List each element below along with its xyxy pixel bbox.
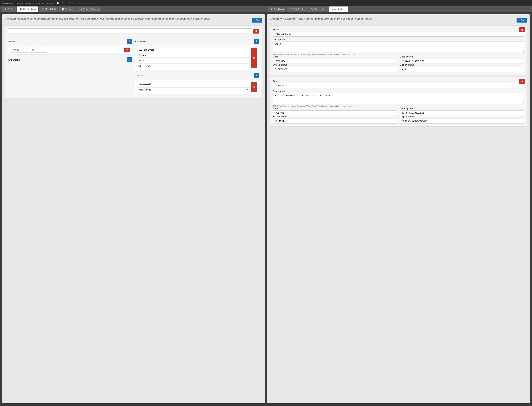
display-name-label-2: Display Name	[400, 115, 524, 118]
description-textarea-2[interactable]: Patient problem: Acute myocardial infarc…	[273, 93, 524, 104]
expr-icon: ✏️	[311, 8, 314, 10]
contact-delete-button[interactable]: 🗑	[251, 82, 257, 92]
sysname-displayname-row-1: System Name Display Name	[273, 64, 524, 72]
file-menu[interactable]: File	[62, 2, 65, 4]
names-section: Names + 🗑 Affiliations	[8, 39, 132, 96]
addresses-section-header: Addresses +	[135, 39, 259, 44]
tab-applicability[interactable]: ✓ Applicability	[329, 6, 348, 12]
code-codesystem-row-1: Code Code System	[273, 56, 524, 64]
description-textarea-1[interactable]: Adult	[273, 42, 524, 52]
applicability-panel: Defining how this document relates to va…	[267, 14, 530, 403]
applicability-card-1-delete-button[interactable]: 🗑	[519, 27, 525, 32]
zip-input[interactable]	[137, 58, 250, 63]
contribution-delete-button[interactable]: 🗑	[253, 29, 259, 34]
state-country-row	[137, 64, 250, 68]
code-system-input-1[interactable]	[400, 59, 524, 64]
contact-type-select[interactable]: Work Phone Home Phone Mobile Phone Email…	[137, 87, 250, 92]
contact-card: Work Phone Home Phone Mobile Phone Email…	[135, 80, 259, 94]
tab-data-binding[interactable]: 🔧 Data Binding	[287, 6, 308, 12]
names-title: Names	[8, 40, 16, 43]
address-fields	[137, 48, 250, 68]
file-icon-tab: 📄	[61, 8, 64, 10]
applicability-description: Defining how this document relates to va…	[270, 17, 373, 20]
contributions-header: Contributions attribute the people and o…	[5, 17, 262, 23]
contact-phone-input[interactable]	[137, 82, 250, 86]
binding-icon: 🔧	[289, 8, 292, 10]
main-container: Contributions attribute the people and o…	[0, 12, 532, 406]
contributions-add-button[interactable]: + Add	[252, 18, 262, 22]
tab-evidence[interactable]: 📄 Evidence	[59, 6, 76, 12]
top-nav: KNARTwork COMMUNITY KNOWLEDGE ARTIFACT E…	[0, 0, 532, 6]
affiliations-add-button[interactable]: +	[127, 57, 132, 62]
contributions-description: Contributions attribute the people and o…	[5, 17, 210, 20]
last-name-input[interactable]	[29, 48, 47, 52]
tab-basics[interactable]: ⚡ Basics	[1, 6, 16, 12]
names-addresses-row: Names + 🗑 Affiliations	[8, 39, 259, 96]
contribution-type-select[interactable]: Author Editor Reviewer	[8, 28, 252, 34]
contact-fields: Work Phone Home Phone Mobile Phone Email…	[137, 82, 250, 92]
addresses-add-button[interactable]: +	[254, 39, 259, 44]
tab-related-sources[interactable]: 📚 Related Sources	[77, 6, 101, 12]
street-input[interactable]	[137, 48, 250, 52]
applicability-card-1: 🗑 Focus Description Adult This is the EL…	[270, 25, 527, 75]
addresses-title: Addresses	[135, 40, 147, 43]
tab-model-refs[interactable]: 🔗 Model Refs	[39, 6, 59, 12]
names-add-button[interactable]: +	[127, 39, 132, 44]
display-name-label-1: Display Name	[400, 64, 524, 66]
system-name-label-2: System Name	[273, 115, 397, 118]
contacts-title: Contacts	[135, 74, 145, 77]
file-icon: 📄	[57, 2, 59, 4]
code-system-label-1: Code System	[400, 56, 524, 58]
focus-label-2: Focus	[273, 80, 524, 82]
learn-menu[interactable]: Learn	[73, 2, 79, 4]
brand-title: KNARTwork	[3, 2, 13, 4]
city-input[interactable]	[137, 53, 250, 58]
display-name-input-1[interactable]	[400, 67, 524, 72]
system-name-input-2[interactable]	[273, 118, 397, 123]
code-codesystem-row-2: Code Code System	[273, 107, 524, 115]
brand-name: KNARTwork COMMUNITY KNOWLEDGE ARTIFACT E…	[2, 2, 54, 5]
bolt-icon-r: ⚡	[270, 8, 273, 10]
applicability-card-2-delete-button[interactable]: 🗑	[519, 79, 525, 84]
contacts-add-button[interactable]: +	[254, 73, 259, 78]
first-name-input[interactable]	[10, 48, 28, 52]
bolt-icon: ⚡	[4, 8, 7, 10]
sysname-displayname-row-2: System Name Display Name	[273, 115, 524, 123]
description-label-2: Description	[273, 90, 524, 93]
display-name-input-2[interactable]	[400, 118, 524, 123]
focus-input-2[interactable]	[273, 83, 524, 88]
names-section-header: Names +	[8, 39, 132, 44]
learn-icon: ❓	[68, 2, 71, 4]
hint-text-2: This is the ELM expression (or similar b…	[273, 105, 524, 107]
affiliations-title: Affiliations	[8, 58, 20, 61]
contribution-card: Author Editor Reviewer 🗑 Names +	[5, 25, 262, 99]
code-system-input-2[interactable]	[400, 110, 524, 115]
tab-conditions[interactable]: ⚡ Conditions	[267, 6, 286, 12]
country-input[interactable]	[147, 64, 250, 68]
focus-label-1: Focus	[273, 28, 524, 31]
applicability-add-button[interactable]: + Add	[517, 18, 527, 22]
applicability-card-2: 🗑 Focus Description Patient problem: Acu…	[270, 77, 527, 127]
name-delete-button[interactable]: 🗑	[124, 48, 130, 52]
tab-contributions[interactable]: 👤 Contributions	[17, 6, 38, 12]
state-input[interactable]	[137, 64, 146, 68]
code-input-1[interactable]	[273, 59, 397, 64]
system-name-input-1[interactable]	[273, 67, 397, 72]
name-card: 🗑	[8, 46, 132, 54]
code-label-2: Code	[273, 107, 397, 110]
code-system-label-2: Code System	[400, 107, 524, 110]
contacts-section-header: Contacts +	[135, 73, 259, 78]
address-delete-button[interactable]: 🗑	[251, 48, 257, 68]
left-tab-bar: ⚡ Basics 👤 Contributions 🔗 Model Refs 📄 …	[0, 6, 266, 12]
code-input-2[interactable]	[273, 110, 397, 115]
focus-input-1[interactable]	[273, 32, 524, 36]
tab-expressions[interactable]: ✏️ Expressions	[308, 6, 329, 12]
contributions-panel: Contributions attribute the people and o…	[2, 14, 265, 403]
check-icon: ✓	[332, 8, 334, 10]
hint-text-1: This is the ELM expression (or similar b…	[273, 53, 524, 56]
addresses-section: Addresses + 🗑	[135, 39, 259, 96]
right-tab-bar: ⚡ Conditions 🔧 Data Binding ✏️ Expressio…	[266, 6, 532, 12]
description-label-1: Description	[273, 38, 524, 41]
contacts-section: Contacts + Work Phone Home Phone Mobile …	[135, 73, 259, 94]
link-icon: 🔗	[41, 8, 44, 10]
